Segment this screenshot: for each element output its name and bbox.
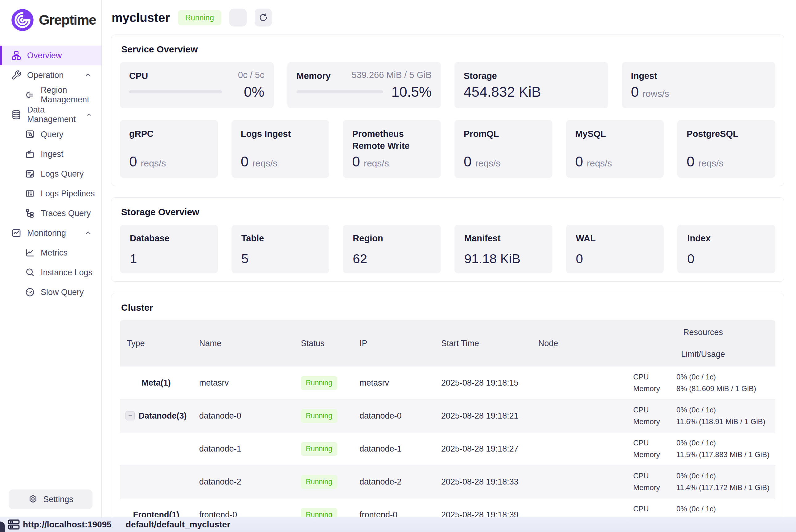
section-title: Storage Overview <box>121 207 775 217</box>
sidebar-item-region-management[interactable]: Region Management <box>0 85 101 105</box>
storage-card: Storage 454.832 KiB <box>454 62 608 108</box>
row-name: datanode-1 <box>192 444 294 454</box>
protocol-label: Prometheus Remote Write <box>352 128 432 152</box>
sidebar-item-instance-logs[interactable]: Instance Logs <box>0 263 101 282</box>
wal-card: WAL 0 <box>566 225 664 273</box>
sidebar-item-label: Query <box>41 130 63 139</box>
storage-label: Storage <box>464 70 599 82</box>
sidebar-item-metrics[interactable]: Metrics <box>0 243 101 263</box>
sidebar-item-logs-pipelines[interactable]: Logs Pipelines <box>0 184 101 204</box>
cpu-resource-label: CPU <box>633 472 676 480</box>
protocol-unit: reqs/s <box>364 158 389 169</box>
sidebar-item-query[interactable]: Query <box>0 125 101 144</box>
status-badge: Running <box>301 442 337 456</box>
index-card: Index 0 <box>677 225 775 273</box>
sidebar-item-slow-query[interactable]: Slow Query <box>0 282 101 302</box>
monitoring-icon <box>11 228 22 238</box>
section-title: Cluster <box>121 302 775 313</box>
protocol-label: PromQL <box>464 128 543 140</box>
protocol-label: PostgreSQL <box>686 128 766 140</box>
cpu-resource-value: 0% (0c / 1c) <box>676 406 775 414</box>
row-name: datanode-2 <box>192 477 294 487</box>
postgresql-card: PostgreSQL 0 reqs/s <box>677 120 775 178</box>
row-type-label: Datanode(3) <box>138 411 187 421</box>
manifest-card: Manifest 91.18 KiB <box>454 225 552 273</box>
row-name: datanode-0 <box>192 411 294 421</box>
metric-card-row: CPU 0c / 5c 0% Memory 539.266 MiB / 5 Gi… <box>120 62 775 108</box>
sidebar-item-overview[interactable]: Overview <box>0 45 101 65</box>
col-header-node: Node <box>531 339 624 348</box>
wrench-icon <box>11 70 22 80</box>
sidebar-group-label: Monitoring <box>27 228 66 238</box>
row-resources: CPU 0% (0c / 1c) Memory 11.4% (117.172 M… <box>624 466 775 498</box>
row-start-time: 2025-08-28 19:18:21 <box>434 411 531 421</box>
protocol-card-row: gRPC 0 reqs/s Logs Ingest 0 reqs/s Prome… <box>120 120 775 178</box>
storage-stat-value: 1 <box>130 251 208 266</box>
sidebar-group-label: Data Management <box>27 105 80 124</box>
page-header: mycluster Running <box>112 8 784 26</box>
cpu-percent: 0% <box>231 83 265 100</box>
region-management-icon <box>25 90 35 100</box>
row-start-time: 2025-08-28 19:18:33 <box>434 477 531 487</box>
protocol-value: 0 <box>352 153 360 170</box>
collapse-datanode-button[interactable]: − <box>126 411 135 420</box>
cluster-table-header: Type Name Status IP Start Time Node Reso… <box>120 320 775 366</box>
sidebar-item-label: Region Management <box>41 86 101 104</box>
memory-resource-label: Memory <box>633 384 676 393</box>
query-icon <box>25 129 35 140</box>
region-card: Region 62 <box>343 225 441 273</box>
logo-wordmark: Greptime <box>39 12 96 28</box>
memory-resource-value: 8% (81.609 MiB / 1 GiB) <box>676 384 775 393</box>
pause-button[interactable] <box>229 8 247 26</box>
sidebar-item-label: Logs Pipelines <box>41 189 95 198</box>
chevron-up-icon <box>84 229 92 237</box>
mysql-card: MySQL 0 reqs/s <box>566 120 664 178</box>
cpu-resource-label: CPU <box>633 439 676 447</box>
cpu-resource-label: CPU <box>633 373 676 381</box>
greptime-logo-icon <box>11 8 35 32</box>
sidebar-item-label: Slow Query <box>41 288 84 297</box>
cpu-resource-value: 0% (0c / 1c) <box>676 439 775 447</box>
sidebar-group-data-management[interactable]: Data Management <box>0 105 101 125</box>
cpu-card: CPU 0c / 5c 0% <box>120 62 274 108</box>
sidebar-group-operation[interactable]: Operation <box>0 65 101 85</box>
protocol-unit: reqs/s <box>587 158 612 169</box>
protocol-value: 0 <box>686 153 695 170</box>
sidebar-item-label: Overview <box>27 51 62 60</box>
logs-query-icon <box>25 169 35 179</box>
ingest-card: Ingest 0 rows/s <box>622 62 776 108</box>
row-resources: CPU 0% (0c / 1c) Memory 8% (81.609 MiB /… <box>624 366 775 399</box>
memory-resource-value: 11.5% (117.883 MiB / 1 GiB) <box>676 450 775 459</box>
sidebar-item-traces-query[interactable]: Traces Query <box>0 204 101 223</box>
chevron-up-icon <box>84 71 92 79</box>
protocol-value: 0 <box>241 153 249 170</box>
col-header-name: Name <box>192 339 294 348</box>
sidebar-item-ingest[interactable]: Ingest <box>0 144 101 164</box>
promql-card: PromQL 0 reqs/s <box>454 120 552 178</box>
cpu-resource-value: 0% (0c / 1c) <box>676 472 775 480</box>
cluster-table-body: Meta(1) metasrv Running metasrv 2025-08-… <box>120 366 775 531</box>
status-badge: Running <box>301 409 337 423</box>
storage-stat-value: 0 <box>576 251 654 266</box>
table-row-datanode-1: datanode-1 Running datanode-1 2025-08-28… <box>120 433 775 466</box>
sidebar-item-logs-query[interactable]: Logs Query <box>0 164 101 184</box>
logs-pipelines-icon <box>25 188 35 199</box>
storage-stat-label: Index <box>687 233 765 244</box>
row-resources: CPU 0% (0c / 1c) Memory 11.5% (117.883 M… <box>624 433 775 465</box>
refresh-button[interactable] <box>255 8 272 26</box>
traces-query-icon <box>25 208 35 218</box>
status-badge: Running <box>301 376 337 390</box>
sidebar-group-monitoring[interactable]: Monitoring <box>0 223 101 243</box>
memory-card: Memory 539.266 MiB / 5 GiB 10.5% <box>287 62 441 108</box>
cluster-table: Type Name Status IP Start Time Node Reso… <box>120 320 775 531</box>
connection-url: http://localhost:19095 <box>23 520 112 530</box>
main-content: mycluster Running Service Overview CPU 0… <box>102 0 796 532</box>
table-card: Table 5 <box>231 225 329 273</box>
cpu-resource-value: 0% (0c / 1c) <box>676 505 775 513</box>
memory-limit: 539.266 MiB / 5 GiB <box>352 70 432 80</box>
settings-button[interactable]: Settings <box>8 490 93 509</box>
sidebar-item-label: Metrics <box>41 248 68 258</box>
table-row-metasrv: Meta(1) metasrv Running metasrv 2025-08-… <box>120 366 775 399</box>
cpu-limit: 0c / 5c <box>238 70 264 80</box>
protocol-value: 0 <box>575 153 583 170</box>
